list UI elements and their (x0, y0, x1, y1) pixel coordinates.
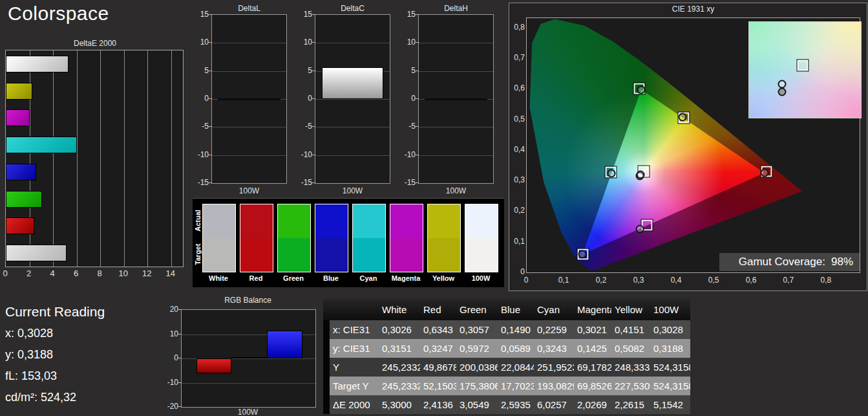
rgb-y-tick (178, 334, 182, 334)
small-chart-x-label: 100W (418, 186, 494, 195)
deltae-gridline (77, 50, 78, 267)
swatch-blue (315, 204, 348, 272)
swatch-yellow (427, 204, 461, 272)
small-chart-y-tick-label: 15 (192, 10, 209, 19)
small-chart-y-tick-label: 0 (295, 94, 312, 103)
cie-whitepoint-inset (748, 21, 862, 118)
small-chart-gridline (212, 127, 286, 127)
small-chart-gridline (419, 155, 493, 156)
table-cell: 49,8678 (420, 358, 456, 377)
table-cell: 52,1503 (420, 377, 456, 395)
table-row-stripe (323, 395, 330, 414)
measurement-table: WhiteRedGreenBlueCyanMagentaYellow100Wx:… (323, 299, 690, 414)
table-cell: 200,0386 (456, 358, 498, 377)
small-chart-y-tick (416, 98, 419, 99)
deltae-x-tick-label: 0 (3, 268, 7, 278)
small-chart-y-tick (312, 98, 315, 99)
table-cell: 251,9523 (534, 358, 574, 377)
small-chart-gridline (315, 43, 390, 43)
cie-y-tick-label: 0,2 (509, 206, 525, 215)
colorspace-screen: Colorspace DeltaE 2000 02468101214 Delta… (0, 0, 868, 416)
cie-x-tick-label: 0,1 (558, 276, 569, 285)
swatch-100w (465, 204, 498, 272)
table-cell: 6,0257 (534, 395, 574, 414)
table-row-2: y: CIE310,31510,32470,59720,05890,32430,… (323, 339, 690, 358)
small-chart-y-tick (312, 42, 315, 43)
small-chart-y-tick-label: -15 (295, 178, 312, 187)
swatch-column-label: Blue (314, 274, 348, 282)
cie-x-tick-label: 0,6 (746, 276, 757, 285)
table-cell: 5,3000 (379, 395, 420, 414)
small-chart-x-label: 100W (211, 186, 287, 195)
current-reading-line-1: x: 0,3028 (5, 327, 53, 340)
swatch-column-label: Green (277, 274, 310, 282)
small-chart-y-tick-label: 15 (399, 10, 416, 19)
deltae-x-tick-label: 10 (118, 268, 127, 278)
rgb-balance-x-label: 100W (181, 408, 315, 416)
small-chart-y-tick-label: -15 (192, 178, 209, 187)
table-header-cell: Red (420, 299, 456, 320)
table-header-cell: 100W (650, 299, 690, 320)
swatch-row-label-text: Target (194, 244, 202, 265)
deltae-x-tick-label: 8 (98, 268, 102, 278)
rgb-bar-green (231, 357, 267, 358)
table-cell: 524,3158 (650, 358, 690, 377)
small-chart-y-tick (312, 71, 315, 71)
small-chart-gridline (419, 127, 493, 127)
rgb-gridline (182, 383, 315, 384)
table-cell: 0,4151 (611, 320, 650, 339)
rgb-balance-plot-area (181, 309, 316, 408)
small-chart-y-tick (209, 14, 212, 15)
table-cell: 193,0829 (534, 377, 574, 395)
small-chart-gridline (315, 155, 390, 156)
table-cell: 22,0844 (498, 358, 534, 377)
swatch-column-label: Cyan (352, 274, 385, 282)
table-row-stripe (323, 358, 330, 377)
table-cell: 245,2332 (379, 358, 420, 377)
cie-x-tick-label: 0 (524, 276, 529, 285)
current-reading-line-2: y: 0,3188 (5, 348, 53, 362)
small-chart-y-tick (416, 126, 419, 127)
deltae-x-tick-label: 6 (74, 268, 78, 278)
table-cell: 0,6343 (420, 320, 456, 339)
cie-y-tick-label: 0,3 (509, 175, 525, 184)
deltae-plot-area (5, 50, 184, 267)
small-chart-plot-area (211, 14, 287, 184)
table-cell: 17,7023 (498, 377, 534, 395)
deltae-bar-blue (6, 164, 36, 181)
small-chart-x-label: 100W (315, 186, 390, 195)
cie-y-tick-label: 0,6 (509, 83, 525, 93)
table-cell: 0,3188 (650, 339, 690, 358)
swatch-white (202, 204, 236, 272)
deltac-chart: DeltaC151050-5-10-15100W (295, 3, 399, 197)
cie-measured-marker-green (637, 85, 646, 94)
swatch-actual-color (203, 204, 235, 238)
small-chart-y-tick (209, 71, 212, 71)
small-chart-y-tick-label: -10 (295, 150, 312, 159)
small-chart-y-tick (312, 126, 315, 127)
cie-y-tick-label: 0 (509, 267, 525, 276)
deltae-bar-magenta (6, 109, 30, 126)
small-chart-gridline (419, 43, 493, 43)
small-chart-gridline (315, 127, 390, 127)
table-cell: 2,5935 (498, 395, 534, 414)
swatch-red (240, 204, 273, 272)
small-chart-y-tick (416, 182, 419, 183)
cie-measured-marker-100W (636, 171, 644, 179)
page-title: Colorspace (8, 3, 109, 25)
rgb-bar-blue (267, 331, 302, 358)
small-chart-y-tick-label: -5 (399, 122, 416, 131)
cie-y-tick-label: 0,7 (509, 53, 525, 62)
table-header-cell: Green (456, 299, 498, 320)
small-chart-y-tick-label: -5 (192, 122, 209, 131)
cie-y-tick-label: 0,1 (509, 237, 525, 246)
small-chart-y-tick (209, 126, 212, 127)
table-row-label: x: CIE31 (330, 320, 379, 339)
deltae-x-tick-label: 4 (50, 268, 54, 278)
actual-target-swatch-panel: ActualTargetWhiteRedGreenBlueCyanMagenta… (193, 198, 504, 287)
swatch-target-color (428, 238, 460, 272)
deltae-gridline (100, 50, 101, 267)
cie-y-tick-label: 0,4 (509, 145, 525, 154)
cie-x-tick-label: 0,7 (783, 276, 794, 285)
cie-x-tick-label: 0,4 (671, 276, 682, 285)
